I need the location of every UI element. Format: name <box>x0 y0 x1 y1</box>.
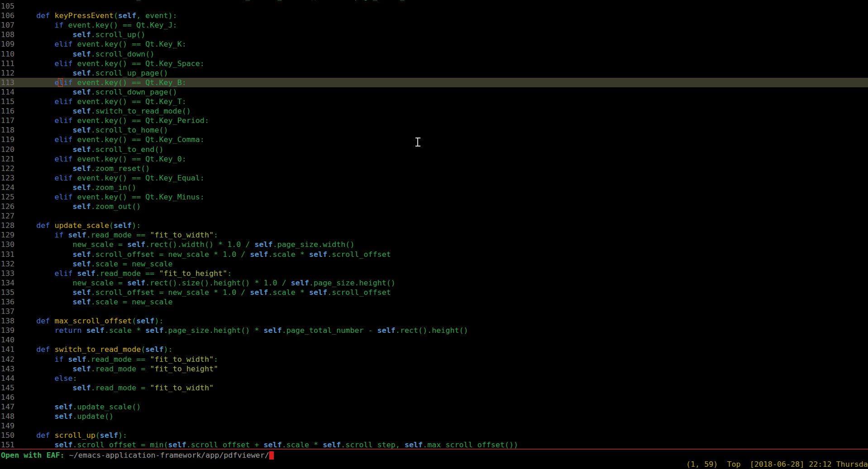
code-token: self <box>73 250 91 259</box>
code-token: ( <box>132 316 136 325</box>
code-line[interactable]: 136 self.scale = new_scale <box>0 297 868 307</box>
code-line[interactable]: 129 if self.read_mode == "fit_to_width": <box>0 230 868 240</box>
code-token: self <box>73 68 91 77</box>
line-number: 119 <box>0 135 18 144</box>
code-line[interactable]: 112 self.scroll_up_page() <box>0 68 868 78</box>
code-buffer[interactable]: return self.scroll_offset * 1.0 / self.m… <box>0 0 868 450</box>
code-token: elif <box>54 173 72 182</box>
code-line[interactable]: 145 self.read_mode = "fit_to_width" <box>0 383 868 393</box>
minibuffer-input[interactable]: ~/emacs-application-framework/app/pdfvie… <box>69 450 269 460</box>
code-line[interactable]: 132 self.scale = new_scale <box>0 259 868 269</box>
code-line[interactable]: 137 <box>0 307 868 316</box>
code-line[interactable]: 147 self.update_scale() <box>0 402 868 412</box>
modeline-info: (1, 59) Top [2018-06-28] 22:12 Thursday <box>686 460 868 469</box>
code-token <box>18 164 73 173</box>
code-line[interactable]: 105 <box>0 1 868 11</box>
code-token: self <box>73 125 91 134</box>
code-line[interactable]: 124 self.zoom_in() <box>0 183 868 192</box>
code-line[interactable]: 111 elif event.key() == Qt.Key_Space: <box>0 59 868 68</box>
code-text: elif event.key() == Qt.Key_Minus: <box>18 192 205 201</box>
code-line[interactable]: 118 self.scroll_to_home() <box>0 125 868 135</box>
code-text: if event.key() == Qt.Key_J: <box>18 20 177 29</box>
code-line[interactable]: 130 new_scale = self.rect().width() * 1.… <box>0 240 868 249</box>
code-token <box>18 97 54 106</box>
code-line[interactable]: 119 elif event.key() == Qt.Key_Comma: <box>0 135 868 144</box>
code-token <box>18 383 73 392</box>
line-number: 138 <box>0 316 18 326</box>
code-token: self <box>114 221 132 230</box>
code-token <box>18 87 73 96</box>
code-line[interactable]: 131 self.scroll_offset = new_scale * 1.0… <box>0 250 868 259</box>
code-token: elif <box>54 135 72 144</box>
code-token: .rect().height() <box>396 326 468 335</box>
code-line[interactable]: 150 def scroll_up(self): <box>0 431 868 440</box>
line-number: 123 <box>0 173 18 183</box>
code-line[interactable]: 149 <box>0 421 868 431</box>
code-token: .scale * <box>268 250 309 259</box>
code-line[interactable]: 128 def update_scale(self): <box>0 221 868 230</box>
code-token: self <box>68 230 86 239</box>
code-line[interactable]: 116 self.switch_to_read_mode() <box>0 106 868 116</box>
code-line[interactable]: 141 def switch_to_read_mode(self): <box>0 345 868 354</box>
code-text: self.zoom_in() <box>18 183 136 192</box>
code-token: .scale = new_scale <box>91 259 173 268</box>
code-line[interactable]: 117 elif event.key() == Qt.Key_Period: <box>0 116 868 125</box>
code-line[interactable]: 123 elif event.key() == Qt.Key_Equal: <box>0 173 868 183</box>
code-line[interactable]: 144 else: <box>0 374 868 383</box>
code-token: if <box>54 230 63 239</box>
text-cursor-hollow <box>58 78 63 87</box>
code-text: def keyPressEvent(self, event): <box>18 11 177 20</box>
code-line[interactable]: 127 <box>0 211 868 221</box>
code-token: event.key() == Qt.Key_Period: <box>73 116 209 125</box>
code-token: self <box>250 250 268 259</box>
code-line[interactable]: 115 elif event.key() == Qt.Key_T: <box>0 97 868 106</box>
code-token: self <box>73 164 91 173</box>
code-line[interactable]: 133 elif self.read_mode == "fit_to_heigh… <box>0 269 868 278</box>
line-number: 114 <box>0 87 18 97</box>
code-line[interactable]: 121 elif event.key() == Qt.Key_0: <box>0 154 868 164</box>
code-line[interactable]: 107 if event.key() == Qt.Key_J: <box>0 20 868 30</box>
code-line[interactable]: 140 <box>0 335 868 345</box>
code-text: self.read_mode = "fit_to_height" <box>18 364 218 373</box>
line-number: 118 <box>0 125 18 135</box>
code-line[interactable]: 148 self.update() <box>0 412 868 421</box>
code-token: .scroll_down_page() <box>91 87 177 96</box>
code-token <box>18 269 54 278</box>
code-line[interactable]: 142 if self.read_mode == "fit_to_width": <box>0 355 868 364</box>
code-line[interactable]: 126 self.zoom_out() <box>0 202 868 211</box>
code-token: .scroll_down() <box>91 49 155 58</box>
code-line[interactable]: 143 self.read_mode = "fit_to_height" <box>0 364 868 374</box>
code-token: self <box>73 383 91 392</box>
code-token: self <box>377 326 396 335</box>
code-text: elif event.key() == Qt.Key_0: <box>18 154 186 163</box>
code-line[interactable]: 122 self.zoom_reset() <box>0 164 868 173</box>
code-token: elif <box>54 269 72 278</box>
code-line[interactable]: 114 self.scroll_down_page() <box>0 87 868 97</box>
code-line[interactable]: 134 new_scale = self.rect().size().heigh… <box>0 278 868 288</box>
code-token <box>18 11 36 20</box>
minibuffer[interactable]: Open with EAF: ~/emacs-application-frame… <box>1 450 274 460</box>
code-line[interactable]: 139 return self.scale * self.page_size.h… <box>0 326 868 335</box>
code-token <box>18 30 73 39</box>
code-line[interactable]: 109 elif event.key() == Qt.Key_K: <box>0 39 868 49</box>
code-line[interactable]: 108 self.scroll_up() <box>0 30 868 39</box>
code-token <box>18 250 73 259</box>
code-text: self.scroll_down() <box>18 49 154 58</box>
code-line[interactable]: 146 <box>0 393 868 402</box>
code-token: .page_total_number - <box>282 326 377 335</box>
code-text: self.update_scale() <box>18 402 141 411</box>
code-line[interactable]: 135 self.scroll_offset = new_scale * 1.0… <box>0 288 868 297</box>
code-line[interactable]: 113 elif event.key() == Qt.Key_B: <box>0 78 868 87</box>
code-line[interactable]: 125 elif event.key() == Qt.Key_Minus: <box>0 192 868 202</box>
code-token: self <box>73 202 91 211</box>
code-line[interactable]: 110 self.scroll_down() <box>0 49 868 59</box>
code-token: def <box>36 221 50 230</box>
line-number: 113 <box>0 78 18 87</box>
code-line[interactable]: 120 self.scroll_to_end() <box>0 145 868 154</box>
code-line[interactable]: 138 def max_scroll_offset(self): <box>0 316 868 326</box>
code-token: .zoom_reset() <box>91 164 150 173</box>
code-token: if <box>54 20 63 29</box>
line-number: 142 <box>0 355 18 364</box>
code-line[interactable]: 106 def keyPressEvent(self, event): <box>0 11 868 20</box>
code-text: elif event.key() == Qt.Key_K: <box>18 39 186 48</box>
